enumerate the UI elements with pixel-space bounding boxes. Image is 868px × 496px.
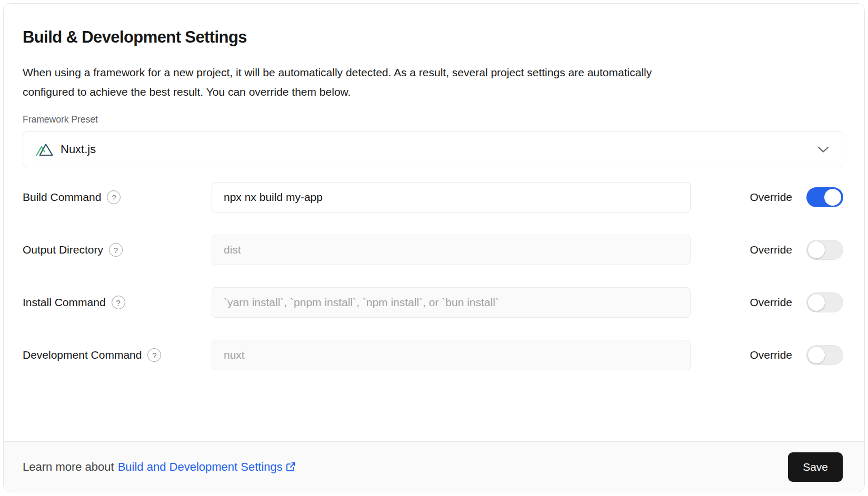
development-command-row: Development Command ? Override (23, 340, 843, 370)
nuxt-logo-icon (36, 143, 54, 156)
development-command-override-toggle[interactable] (806, 345, 843, 365)
framework-preset-select[interactable]: Nuxt.js (23, 131, 843, 167)
learn-more-text: Learn more about Build and Development S… (23, 460, 296, 474)
install-command-override-toggle[interactable] (806, 292, 843, 312)
card-footer: Learn more about Build and Development S… (4, 441, 864, 492)
build-command-input[interactable] (212, 182, 691, 212)
build-dev-settings-link[interactable]: Build and Development Settings (118, 460, 296, 474)
build-command-row: Build Command ? Override (23, 182, 843, 212)
help-icon[interactable]: ? (109, 243, 123, 257)
chevron-down-icon (817, 146, 829, 153)
install-command-row: Install Command ? Override (23, 287, 843, 318)
development-command-label: Development Command (23, 349, 142, 361)
development-command-input (212, 340, 691, 370)
output-directory-override-toggle[interactable] (806, 240, 843, 260)
toggle-knob (808, 347, 825, 363)
override-label: Override (750, 191, 792, 204)
learn-more-prefix: Learn more about (23, 460, 114, 474)
override-label: Override (750, 244, 792, 256)
build-command-override-toggle[interactable] (806, 187, 843, 207)
output-directory-row: Output Directory ? Override (23, 235, 843, 265)
output-directory-input (212, 235, 691, 265)
toggle-knob (824, 189, 841, 206)
output-directory-label: Output Directory (23, 244, 103, 256)
toggle-knob (808, 294, 825, 311)
toggle-knob (808, 241, 825, 258)
install-command-label: Install Command (23, 296, 106, 309)
framework-selected-value: Nuxt.js (61, 143, 817, 156)
save-button[interactable]: Save (788, 452, 843, 482)
panel-description-line-1: When using a framework for a new project… (23, 63, 843, 82)
help-icon[interactable]: ? (147, 348, 161, 362)
help-icon[interactable]: ? (107, 190, 121, 204)
external-link-icon (285, 461, 296, 472)
build-command-label: Build Command (23, 191, 101, 204)
settings-rows: Build Command ? Override Output Director… (23, 182, 843, 370)
override-label: Override (750, 296, 792, 309)
help-icon[interactable]: ? (112, 296, 125, 309)
framework-preset-label: Framework Preset (23, 114, 843, 125)
install-command-input (212, 287, 691, 318)
page-title: Build & Development Settings (23, 28, 843, 47)
build-dev-settings-card: Build & Development Settings When using … (3, 3, 865, 492)
panel-description: When using a framework for a new project… (23, 63, 843, 102)
panel-description-line-2: configured to achieve the best result. Y… (23, 82, 843, 102)
link-label: Build and Development Settings (118, 460, 283, 474)
override-label: Override (750, 349, 792, 361)
